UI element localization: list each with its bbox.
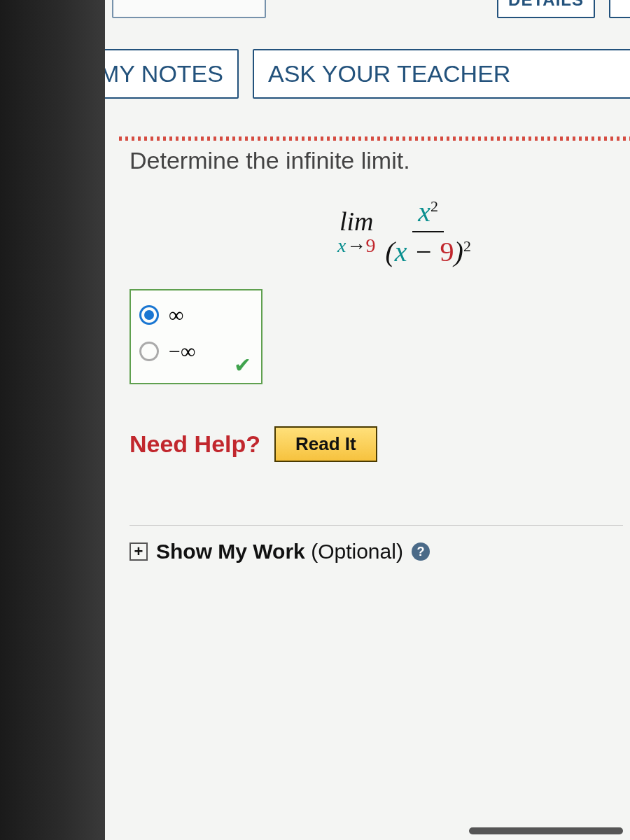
checkmark-icon: ✔: [234, 353, 251, 377]
radio-empty-icon[interactable]: [139, 342, 159, 361]
den-minus: −: [407, 236, 440, 267]
denominator: (x − 9)2: [386, 232, 471, 268]
need-help-row: Need Help? Read It: [130, 426, 623, 462]
show-my-work-text: Show My Work (Optional): [156, 540, 403, 564]
ask-your-teacher-button[interactable]: ASK YOUR TEACHER: [253, 49, 630, 99]
den-exp: 2: [463, 237, 471, 255]
question-prompt: Determine the infinite limit.: [130, 147, 623, 174]
option-infinity[interactable]: ∞: [139, 303, 253, 327]
top-partial-row: DETAILS: [105, 0, 630, 18]
details-button[interactable]: DETAILS: [497, 0, 595, 18]
lim-sub: x→9: [337, 236, 375, 255]
lim-var: x: [337, 234, 346, 256]
help-icon[interactable]: ?: [412, 542, 430, 561]
need-help-label: Need Help?: [130, 430, 260, 458]
partial-button-left[interactable]: [112, 0, 266, 18]
partial-button-right[interactable]: [609, 0, 630, 18]
num-base: x: [418, 196, 430, 227]
den-open: (: [386, 236, 395, 267]
lim-block: lim x→9: [337, 208, 375, 255]
option-neg-infinity-label: −∞: [169, 340, 195, 363]
my-notes-button[interactable]: MY NOTES: [105, 49, 239, 99]
show-my-work-bold: Show My Work: [156, 540, 305, 563]
dotted-divider: [119, 136, 630, 141]
answer-box: ∞ −∞ ✔: [130, 289, 262, 384]
fraction: x2 (x − 9)2: [386, 195, 471, 268]
num-exp: 2: [430, 197, 438, 215]
limit-expression: lim x→9 x2 (x − 9)2: [186, 195, 623, 268]
read-it-button[interactable]: Read It: [274, 426, 377, 462]
show-my-work-row[interactable]: + Show My Work (Optional) ?: [130, 525, 623, 564]
den-const: 9: [440, 236, 454, 267]
den-var: x: [395, 236, 407, 267]
numerator: x2: [412, 195, 444, 232]
horizontal-scrollbar[interactable]: [469, 827, 623, 834]
lim-label: lim: [340, 208, 374, 234]
screen-area: DETAILS MY NOTES ASK YOUR TEACHER Determ…: [105, 0, 630, 840]
lim-arrow: →: [346, 234, 366, 256]
lim-approach: 9: [366, 234, 376, 256]
den-close: ): [454, 236, 463, 267]
question-content: Determine the infinite limit. lim x→9 x2…: [130, 147, 623, 833]
option-infinity-label: ∞: [169, 303, 183, 327]
radio-selected-icon[interactable]: [139, 305, 159, 325]
monitor-bezel: [0, 0, 105, 840]
expand-icon[interactable]: +: [130, 542, 148, 561]
nav-row: MY NOTES ASK YOUR TEACHER: [105, 49, 630, 99]
show-my-work-optional: (Optional): [305, 540, 403, 563]
